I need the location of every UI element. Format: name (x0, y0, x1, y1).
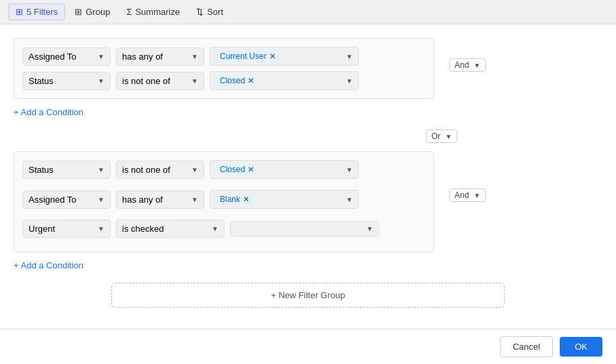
tag-current-user: Current User ✕ (216, 51, 280, 62)
chevron-icon: ▼ (346, 166, 353, 174)
ok-button[interactable]: OK (560, 337, 602, 357)
group-icon: ⊞ (75, 7, 82, 17)
tag-remove-icon[interactable]: ✕ (269, 52, 275, 61)
add-condition-1[interactable]: + Add a Condition (14, 106, 83, 119)
footer: Cancel OK (0, 329, 616, 364)
chevron-icon: ▼ (191, 166, 198, 174)
value-select-1-2[interactable]: Closed ✕ ▼ (210, 71, 359, 90)
filter-row-2-1: Status ▼ is not one of ▼ Closed (22, 160, 425, 184)
summarize-label: Summarize (135, 7, 180, 17)
tag-closed-2: Closed ✕ (216, 164, 258, 175)
group-label: Group (85, 7, 110, 17)
or-badge[interactable]: Or ▼ (426, 129, 457, 143)
tag-remove-icon[interactable]: ✕ (243, 195, 249, 204)
sort-button[interactable]: ⇅ Sort (189, 4, 230, 20)
new-filter-group-button[interactable]: + New Filter Group (111, 283, 505, 308)
operator-select-2-2[interactable]: has any of ▼ (116, 190, 204, 209)
or-connector-wrapper: Or ▼ (421, 129, 602, 143)
group-button[interactable]: ⊞ Group (68, 4, 117, 20)
tag-blank: Blank ✕ (216, 194, 253, 205)
field-select-2-2[interactable]: Assigned To ▼ (22, 190, 111, 209)
filter-row-1-2-wrapper: Status ▼ is not one of ▼ Closed (22, 71, 425, 90)
chevron-icon: ▼ (346, 53, 353, 60)
group2-and-connector: And ▼ (434, 151, 486, 202)
chevron-icon: ▼ (474, 192, 480, 199)
filter-row-1-1: Assigned To ▼ has any of ▼ Current U (22, 47, 425, 66)
field-select-1-2[interactable]: Status ▼ (22, 72, 111, 90)
operator-select-2-3[interactable]: is checked ▼ (116, 220, 225, 238)
and-badge-1[interactable]: And ▼ (449, 58, 486, 72)
sort-label: Sort (207, 7, 223, 17)
filter-area: Assigned To ▼ has any of ▼ Current U (0, 24, 616, 329)
value-select-1-1[interactable]: Current User ✕ ▼ (210, 47, 359, 66)
filter-row-2-3: Urgent ▼ is checked ▼ ▼ (22, 220, 425, 238)
chevron-icon: ▼ (98, 225, 104, 232)
value-select-2-1[interactable]: Closed ✕ ▼ (210, 160, 359, 179)
summarize-button[interactable]: Σ Summarize (119, 4, 187, 20)
value-select-2-3[interactable]: ▼ (230, 221, 379, 237)
chevron-icon: ▼ (98, 53, 104, 60)
chevron-icon: ▼ (191, 53, 198, 60)
tag-remove-icon[interactable]: ✕ (248, 77, 254, 85)
chevron-icon: ▼ (366, 225, 373, 232)
field-select-2-3[interactable]: Urgent ▼ (22, 220, 111, 238)
chevron-icon: ▼ (346, 77, 353, 85)
filters-button[interactable]: ⊞ 5 Filters (8, 3, 65, 20)
and-badge-2[interactable]: And ▼ (449, 188, 486, 202)
add-condition-2[interactable]: + Add a Condition (14, 259, 83, 272)
operator-select-2-1[interactable]: is not one of ▼ (116, 161, 204, 179)
operator-select-1-1[interactable]: has any of ▼ (116, 47, 204, 66)
chevron-icon: ▼ (98, 77, 104, 85)
filter-icon: ⊞ (16, 7, 23, 17)
summarize-icon: Σ (126, 7, 132, 17)
chevron-icon: ▼ (346, 196, 353, 203)
filters-label: 5 Filters (26, 7, 58, 17)
field-select-1-1[interactable]: Assigned To ▼ (22, 47, 111, 66)
filter-group-2: Status ▼ is not one of ▼ Closed (14, 151, 434, 272)
field-select-2-1[interactable]: Status ▼ (22, 161, 111, 179)
sort-icon: ⇅ (196, 7, 204, 17)
chevron-icon: ▼ (474, 62, 480, 69)
chevron-icon: ▼ (191, 196, 198, 203)
tag-remove-icon[interactable]: ✕ (248, 165, 254, 174)
filter-group-1: Assigned To ▼ has any of ▼ Current U (14, 38, 434, 119)
filter-row-2-2: Assigned To ▼ has any of ▼ Blank (22, 190, 425, 214)
main-content: Assigned To ▼ has any of ▼ Current U (0, 24, 616, 364)
cancel-button[interactable]: Cancel (500, 336, 553, 357)
chevron-icon: ▼ (98, 196, 104, 203)
chevron-icon: ▼ (445, 133, 452, 140)
chevron-icon: ▼ (212, 225, 218, 232)
chevron-icon: ▼ (98, 166, 104, 174)
tag-closed-1: Closed ✕ (216, 75, 258, 86)
chevron-icon: ▼ (191, 77, 198, 85)
toolbar: ⊞ 5 Filters ⊞ Group Σ Summarize ⇅ Sort (0, 0, 616, 24)
operator-select-1-2[interactable]: is not one of ▼ (116, 72, 204, 90)
value-select-2-2[interactable]: Blank ✕ ▼ (210, 190, 359, 209)
group1-and-connector: And ▼ (434, 38, 486, 72)
